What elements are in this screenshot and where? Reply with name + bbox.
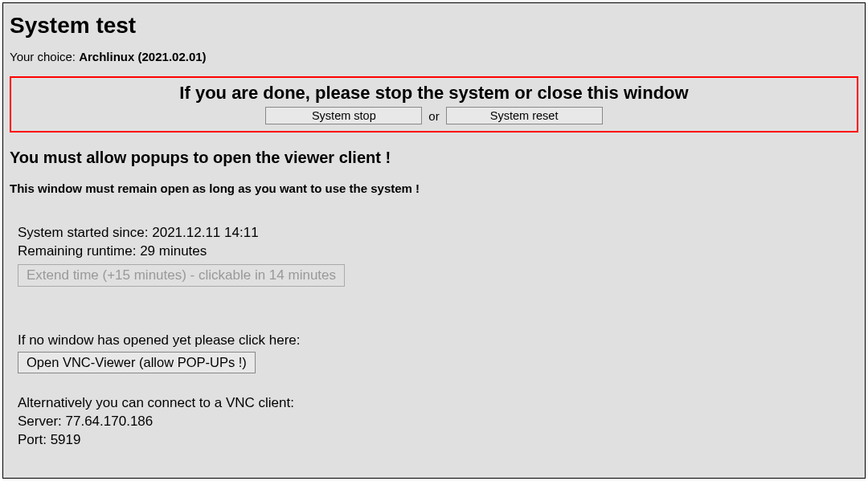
remaining-line: Remaining runtime: 29 minutes xyxy=(18,243,858,261)
server-line: Server: 77.64.170.186 xyxy=(18,413,858,431)
popups-heading: You must allow popups to open the viewer… xyxy=(10,149,858,167)
status-block: System started since: 2021.12.11 14:11 R… xyxy=(10,224,858,287)
open-vnc-viewer-button[interactable]: Open VNC-Viewer (allow POP-UPs !) xyxy=(18,352,256,373)
main-container: System test Your choice: Archlinux (2021… xyxy=(2,2,866,479)
started-value: 2021.12.11 14:11 xyxy=(152,225,258,240)
vnc-section: If no window has opened yet please click… xyxy=(10,332,858,373)
done-box: If you are done, please stop the system … xyxy=(10,76,858,132)
done-button-row: System stop or System reset xyxy=(265,107,602,124)
choice-value: Archlinux (2021.02.01) xyxy=(79,50,206,63)
choice-line: Your choice: Archlinux (2021.02.01) xyxy=(10,50,858,63)
alt-section: Alternatively you can connect to a VNC c… xyxy=(10,394,858,450)
remaining-value: 29 minutes xyxy=(140,243,207,259)
no-window-text: If no window has opened yet please click… xyxy=(18,332,858,350)
done-heading: If you are done, please stop the system … xyxy=(14,83,854,104)
system-reset-button[interactable]: System reset xyxy=(446,107,603,124)
page-title: System test xyxy=(10,13,858,39)
system-stop-button[interactable]: System stop xyxy=(265,107,422,124)
or-label: or xyxy=(422,109,445,123)
extend-time-button: Extend time (+15 minutes) - clickable in… xyxy=(18,264,345,287)
remaining-prefix: Remaining runtime: xyxy=(18,243,140,259)
port-prefix: Port: xyxy=(18,432,51,447)
remain-open-text: This window must remain open as long as … xyxy=(10,181,858,195)
started-line: System started since: 2021.12.11 14:11 xyxy=(18,224,858,243)
server-prefix: Server: xyxy=(18,414,66,429)
choice-prefix: Your choice: xyxy=(10,50,79,63)
server-value: 77.64.170.186 xyxy=(66,414,154,429)
port-line: Port: 5919 xyxy=(18,431,858,450)
started-prefix: System started since: xyxy=(18,225,152,240)
alt-text: Alternatively you can connect to a VNC c… xyxy=(18,394,858,413)
port-value: 5919 xyxy=(51,432,81,447)
